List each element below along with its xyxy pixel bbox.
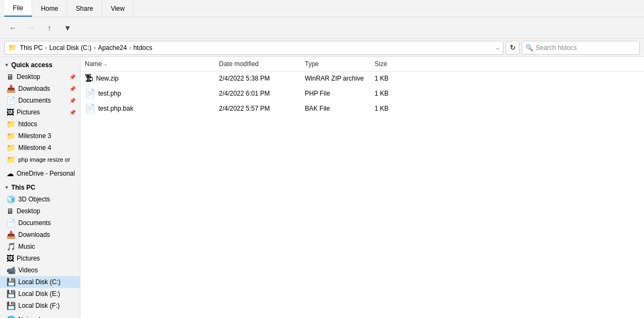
this-pc-header[interactable]: ▼ This PC [0, 182, 80, 192]
sidebar-label: Desktop [17, 73, 40, 81]
sidebar-item-local-disk-c[interactable]: 💾 Local Disk (C:) [0, 276, 80, 288]
address-bar: 📁 This PC › Local Disk (C:) › Apache24 ›… [0, 39, 644, 57]
file-size: 1 KB [370, 89, 413, 98]
sidebar-item-3d-objects[interactable]: 🧊 3D Objects [0, 193, 80, 205]
col-header-size[interactable]: Size [370, 59, 413, 69]
recent-locations-button[interactable]: ▼ [59, 19, 76, 37]
sidebar-label: Documents [18, 219, 51, 227]
sidebar-item-onedrive[interactable]: ☁ OneDrive - Personal [0, 168, 80, 179]
sidebar-item-milestone4[interactable]: 📁 Milestone 4 [0, 142, 80, 154]
search-box[interactable]: 🔍 Search htdocs [522, 41, 640, 55]
breadcrumb-expand: ⌄ [495, 45, 500, 50]
content-area: Name ⌄ Date modified Type Size 🗜 New.zip… [80, 57, 644, 318]
col-date-label: Date modified [219, 60, 259, 68]
main-layout: ▼ Quick access 🖥 Desktop 📌 📥 Downloads 📌… [0, 57, 644, 318]
breadcrumb-local-disk[interactable]: Local Disk (C:) [49, 44, 92, 52]
sidebar-item-htdocs[interactable]: 📁 htdocs [0, 118, 80, 130]
pictures-icon: 🖼 [6, 108, 14, 117]
sidebar-item-downloads-quick[interactable]: 📥 Downloads 📌 [0, 83, 80, 95]
sidebar-item-videos[interactable]: 📹 Videos [0, 264, 80, 276]
quick-access-header[interactable]: ▼ Quick access [0, 59, 80, 70]
desktop-icon: 🖥 [6, 73, 14, 81]
objects-icon: 🧊 [6, 195, 16, 204]
column-headers: Name ⌄ Date modified Type Size [80, 57, 644, 71]
sidebar-item-php-resize[interactable]: 📁 php image resize or [0, 154, 80, 165]
sidebar-item-pictures-pc[interactable]: 🖼 Pictures [0, 252, 80, 264]
col-type-label: Type [305, 60, 319, 68]
sidebar-item-milestone3[interactable]: 📁 Milestone 3 [0, 130, 80, 142]
breadcrumb-area[interactable]: 📁 This PC › Local Disk (C:) › Apache24 ›… [4, 41, 503, 55]
title-tab-file[interactable]: File [4, 0, 32, 17]
sort-arrow: ⌄ [104, 61, 108, 67]
sidebar-item-desktop-pc[interactable]: 🖥 Desktop [0, 205, 80, 217]
col-name-label: Name [85, 60, 102, 68]
disk-icon: 💾 [6, 278, 16, 286]
sidebar-item-network[interactable]: 🌐 Network [0, 314, 80, 318]
folder-icon: 📁 [6, 120, 16, 128]
title-tab-share[interactable]: Share [67, 0, 102, 17]
pin-icon: 📌 [69, 98, 76, 104]
refresh-button[interactable]: ↻ [506, 41, 519, 55]
expand-icon: ▼ [4, 185, 9, 190]
sidebar-label: 3D Objects [18, 196, 50, 203]
file-name: 📄 test.php.bak [80, 102, 215, 114]
title-tab-view[interactable]: View [102, 0, 134, 17]
sidebar-item-music[interactable]: 🎵 Music [0, 241, 80, 252]
sidebar: ▼ Quick access 🖥 Desktop 📌 📥 Downloads 📌… [0, 57, 80, 318]
col-header-name[interactable]: Name ⌄ [80, 59, 215, 69]
file-date: 2/4/2022 5:57 PM [215, 104, 301, 113]
file-type: PHP File [301, 89, 370, 98]
folder-icon: 📁 [6, 132, 16, 140]
table-row[interactable]: 📄 test.php 2/4/2022 6:01 PM PHP File 1 K… [80, 86, 644, 101]
sidebar-label: Milestone 4 [18, 144, 51, 151]
col-header-date[interactable]: Date modified [215, 59, 301, 69]
table-row[interactable]: 🗜 New.zip 2/4/2022 5:38 PM WinRAR ZIP ar… [80, 71, 644, 86]
file-name-label: test.php [98, 90, 121, 97]
documents-icon: 📄 [6, 96, 16, 105]
quick-access-label: Quick access [11, 61, 53, 69]
videos-icon: 📹 [6, 266, 16, 274]
this-pc-section: ▼ This PC [0, 182, 80, 192]
file-name: 📄 test.php [80, 87, 215, 99]
sidebar-label: Desktop [17, 207, 40, 215]
sidebar-label: Music [18, 243, 35, 250]
desktop-icon: 🖥 [6, 207, 14, 215]
file-date: 2/4/2022 5:38 PM [215, 74, 301, 83]
pin-icon: 📌 [69, 110, 76, 115]
folder-icon: 📁 [6, 143, 16, 152]
sidebar-item-documents-quick[interactable]: 📄 Documents 📌 [0, 95, 80, 106]
back-button[interactable]: ← [4, 19, 21, 37]
file-name-label: New.zip [96, 75, 119, 82]
sidebar-label: Local Disk (C:) [18, 278, 61, 286]
sidebar-item-documents-pc[interactable]: 📄 Documents [0, 217, 80, 229]
sidebar-item-downloads-pc[interactable]: 📥 Downloads [0, 229, 80, 241]
quick-access-section: ▼ Quick access [0, 59, 80, 70]
breadcrumb-apache24[interactable]: Apache24 [98, 44, 127, 52]
col-header-type[interactable]: Type [301, 59, 370, 69]
pictures-icon: 🖼 [6, 254, 14, 263]
file-type: BAK File [301, 104, 370, 113]
sidebar-label: Milestone 3 [18, 132, 51, 140]
title-tabs: FileHomeShareView [4, 0, 134, 17]
expand-icon: ▼ [4, 62, 9, 68]
sidebar-label: Local Disk (F:) [18, 302, 60, 309]
forward-button[interactable]: → [23, 19, 40, 37]
search-placeholder: Search htdocs [536, 44, 577, 52]
music-icon: 🎵 [6, 242, 16, 251]
downloads-icon: 📥 [6, 230, 16, 239]
sidebar-label: Local Disk (E:) [18, 290, 60, 298]
sidebar-item-local-disk-f[interactable]: 💾 Local Disk (F:) [0, 300, 80, 312]
documents-icon: 📄 [6, 219, 16, 227]
sidebar-item-desktop-quick[interactable]: 🖥 Desktop 📌 [0, 71, 80, 83]
sidebar-label: OneDrive - Personal [17, 170, 75, 177]
sidebar-label: Downloads [18, 85, 50, 92]
sidebar-label: php image resize or [18, 156, 70, 163]
sidebar-label: Pictures [17, 109, 40, 116]
breadcrumb-htdocs[interactable]: htdocs [133, 44, 152, 52]
table-row[interactable]: 📄 test.php.bak 2/4/2022 5:57 PM BAK File… [80, 101, 644, 116]
sidebar-item-pictures-quick[interactable]: 🖼 Pictures 📌 [0, 106, 80, 118]
up-button[interactable]: ↑ [41, 19, 58, 37]
title-tab-home[interactable]: Home [32, 0, 67, 17]
sidebar-item-local-disk-e[interactable]: 💾 Local Disk (E:) [0, 288, 80, 300]
breadcrumb-this-pc[interactable]: This PC [20, 44, 43, 52]
